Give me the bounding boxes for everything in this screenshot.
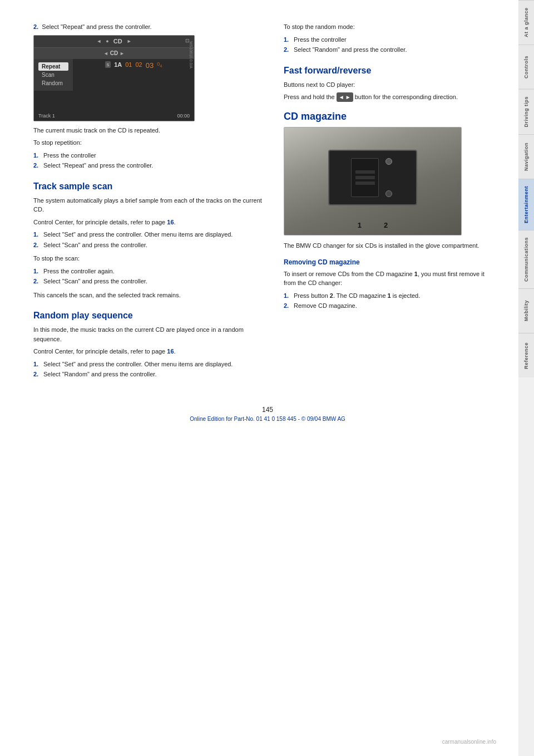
stop-scan-text: To stop the scan: (33, 254, 267, 263)
page-footer: 145 Online Edition for Part-No. 01 41 0 … (33, 406, 502, 422)
menu-item-random: Random (38, 79, 68, 87)
cd-magazine-labels: 1 2 (358, 221, 388, 229)
screen-body: Repeat Scan Random s 1A 01 02 03 04 (34, 59, 194, 91)
sidebar-tab-reference[interactable]: Reference (518, 333, 534, 377)
cd-magazine-image: 1 2 WS30H120.0 (284, 127, 462, 235)
list-item: 2. Select "Random" and press the control… (284, 45, 495, 55)
menu-item-repeat: Repeat (38, 62, 68, 71)
stop-random-steps: 1. Press the controller 2. Select "Rando… (284, 35, 495, 55)
sidebar-tab-entertainment[interactable]: Entertainment (518, 179, 534, 230)
track-scan-body1: The system automatically plays a brief s… (33, 196, 267, 214)
stop-random-heading: To stop the random mode: (284, 22, 495, 32)
screen-menu: Repeat Scan Random (34, 59, 73, 91)
sidebar-tab-communications[interactable]: Communications (518, 230, 534, 288)
list-item: 2. Select "Scan" and press the controlle… (33, 240, 267, 250)
stop-scan-steps: 1. Press the controller again. 2. Select… (33, 267, 267, 286)
list-item: 1. Select "Set" and press the controller… (33, 360, 267, 369)
ff-body1: Buttons next to CD player: (284, 80, 495, 90)
body-repeat-1: The current music track on the CD is rep… (33, 126, 267, 135)
list-item: 2. Select "Random" and press the control… (33, 370, 267, 379)
main-content: 2. Select "Repeat" and press the control… (0, 0, 518, 756)
page-ref-link[interactable]: 16 (167, 219, 174, 225)
track-scan-body2: Control Center, for principle details, r… (33, 218, 267, 227)
sidebar: At a glance Controls Driving tips Naviga… (518, 0, 534, 756)
sidebar-tab-at-a-glance[interactable]: At a glance (518, 0, 534, 45)
cd-label-2: 2 (384, 221, 388, 229)
list-item: 2. Remove CD magazine. (284, 301, 495, 311)
removing-body1: To insert or remove CDs from the CD maga… (284, 269, 495, 288)
sidebar-tab-navigation[interactable]: Navigation (518, 134, 534, 179)
page-number: 145 (33, 406, 502, 414)
stop-repetition-list: 1. Press the controller 2. Select "Repea… (33, 151, 267, 170)
random-play-heading: Random play sequence (33, 311, 267, 321)
page-container: 2. Select "Repeat" and press the control… (0, 0, 534, 756)
cd-magazine-heading: CD magazine (284, 111, 495, 122)
ff-button-icon: ◄ ► (337, 92, 353, 102)
left-column: 2. Select "Repeat" and press the control… (33, 22, 267, 384)
track-scan-heading: Track sample scan (33, 181, 267, 192)
fast-forward-heading: Fast forward/reverse (284, 66, 495, 76)
cd-label-1: 1 (358, 221, 362, 229)
menu-item-scan: Scan (38, 71, 68, 79)
footer-text: Online Edition for Part-No. 01 41 0 158 … (33, 416, 502, 422)
track-scan-steps: 1. Select "Set" and press the controller… (33, 230, 267, 249)
list-item: 2. Select "Repeat" and press the control… (33, 161, 267, 170)
two-column-layout: 2. Select "Repeat" and press the control… (33, 22, 502, 384)
random-body2: Control Center, for principle details, r… (33, 347, 267, 356)
body-repeat-2: To stop repetition: (33, 138, 267, 148)
random-body1: In this mode, the music tracks on the cu… (33, 325, 267, 343)
screen-top-bar1: ◄ ● CD ► ⊡ (34, 36, 194, 48)
screen-track-numbers: s 1A 01 02 03 04 (73, 59, 194, 91)
random-page-ref-link[interactable]: 16 (167, 348, 174, 355)
watermark: carmanualsonline.info (442, 739, 496, 745)
sidebar-tab-controls[interactable]: Controls (518, 45, 534, 89)
intro-step: 2. Select "Repeat" and press the control… (33, 22, 267, 32)
list-item: 1. Press the controller (33, 151, 267, 160)
cd-screen-image: ◄ ● CD ► ⊡ ◄ CD ► (33, 35, 195, 121)
list-item: 1. Select "Set" and press the controller… (33, 230, 267, 239)
sidebar-tab-driving-tips[interactable]: Driving tips (518, 89, 534, 134)
random-play-steps: 1. Select "Set" and press the controller… (33, 360, 267, 379)
list-item: 1. Press button 2. The CD magazine 1 is … (284, 291, 495, 301)
screen-top-bar2: ◄ CD ► (34, 48, 194, 59)
screen-bottom-bar: Track 1 00:00 (34, 111, 194, 121)
cd-device (328, 150, 417, 205)
scan-end-text: This cancels the scan, and the selected … (33, 291, 267, 300)
list-item: 1. Press the controller (284, 35, 495, 45)
list-item: 1. Press the controller again. (33, 267, 267, 276)
cd-magazine-body: The BMW CD changer for six CDs is instal… (284, 241, 495, 251)
ff-body2: Press and hold the ◄ ► button for the co… (284, 92, 495, 102)
sidebar-tab-mobility[interactable]: Mobility (518, 288, 534, 333)
list-item: 2. Select "Scan" and press the controlle… (33, 277, 267, 286)
removing-cd-subheading: Removing CD magazine (284, 258, 495, 266)
removing-steps: 1. Press button 2. The CD magazine 1 is … (284, 291, 495, 311)
right-column: To stop the random mode: 1. Press the co… (284, 22, 495, 384)
